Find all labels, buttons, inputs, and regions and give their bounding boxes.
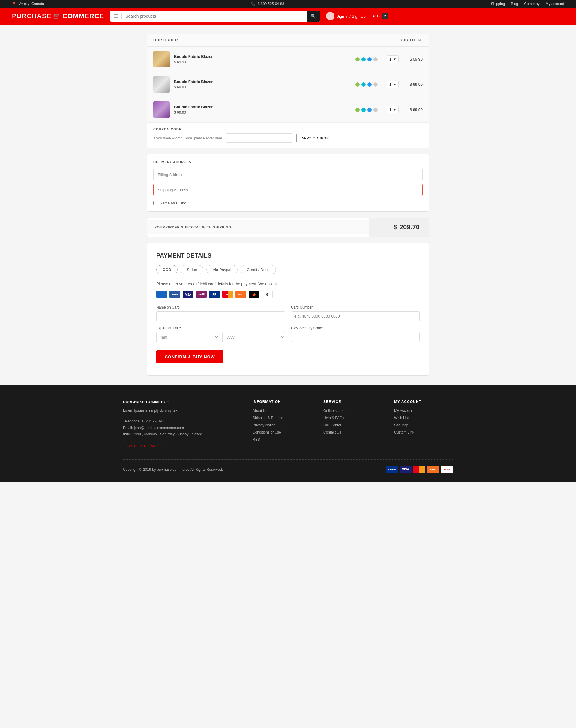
menu-icon[interactable]: ☰ [110, 13, 122, 19]
footer-link-shipping-anchor[interactable]: Shipping & Returns [253, 416, 284, 420]
color-dot-cyan-3[interactable] [362, 108, 366, 112]
delivery-section: DELIVERY ADDRESS Same as Billing [147, 154, 429, 212]
footer-link-online-support-anchor[interactable]: Online support [323, 409, 347, 413]
footer-link-help[interactable]: Help & FAQs [323, 415, 382, 420]
product-image-1 [153, 51, 170, 67]
color-dot-green-2[interactable] [355, 83, 360, 87]
sign-in-btn[interactable]: Sign In / Sign Up [326, 12, 366, 20]
expiry-month-select[interactable]: mm [156, 332, 219, 342]
color-dot-gray[interactable] [374, 57, 378, 61]
payment-tab-credit[interactable]: Credit / Debit [240, 265, 276, 274]
footer-pay-icon-paypal: PayPal [386, 466, 398, 474]
footer-link-custom-anchor[interactable]: Custom Link [394, 430, 414, 434]
bag-count: 2 [382, 13, 388, 19]
color-dot-blue-2[interactable] [368, 83, 372, 87]
footer-link-sitemap[interactable]: Site Map [394, 422, 453, 427]
topbar-company[interactable]: Company [524, 2, 539, 6]
footer-link-help-anchor[interactable]: Help & FAQs [323, 416, 344, 420]
qty-select-3[interactable]: 1 ▾ [387, 106, 399, 113]
sign-in-label: Sign In / Sign Up [336, 14, 366, 19]
footer-link-sitemap-anchor[interactable]: Site Map [394, 423, 408, 427]
search-input[interactable] [122, 11, 307, 22]
order-item-subtotal-2: $ 69.90 [399, 82, 423, 87]
color-dot-cyan[interactable] [362, 57, 366, 61]
color-dot-blue[interactable] [368, 57, 372, 61]
footer-link-my-account[interactable]: My Account [394, 408, 453, 413]
expiry-group: Expiration Date mm yyyy [156, 326, 285, 342]
product-img-inner-3 [153, 101, 170, 118]
footer-link-wishlist[interactable]: Wish List [394, 415, 453, 420]
billing-address-input[interactable] [153, 169, 423, 181]
payment-tab-stripe[interactable]: Stripe [181, 265, 203, 274]
order-subtotal-section: YOUR ORDER SUBTOTAL WITH SHIPPING $ 209.… [147, 218, 429, 237]
footer-link-about[interactable]: About Us [253, 408, 311, 413]
expiry-inputs: mm yyyy [156, 332, 285, 342]
cart-icon: 🛒 [53, 12, 61, 20]
order-row: Bouble Fabric Blazer $ 69.90 1 ▾ $ 69.90 [147, 97, 429, 122]
main-content: OUR ORDER SUB TOTAL Bouble Fabric Blazer… [141, 34, 435, 376]
coupon-input[interactable] [226, 133, 292, 143]
top-bar: 📍 My city: Canada 📞 8 800 505-04-83 Ship… [0, 0, 576, 8]
footer-link-wishlist-anchor[interactable]: Wish List [394, 416, 409, 420]
card-number-input[interactable] [291, 311, 420, 321]
subtotal-col-label: SUB TOTAL [400, 38, 423, 42]
same-as-billing-checkbox[interactable] [153, 201, 157, 205]
footer-link-custom[interactable]: Custom Link [394, 430, 453, 434]
name-on-card-input[interactable] [156, 311, 285, 321]
expiry-year-select[interactable]: yyyy [222, 332, 285, 342]
footer-link-privacy-anchor[interactable]: Privacy Notice [253, 423, 276, 427]
qty-value-1: 1 [390, 57, 392, 61]
payment-title: PAYMENT DETAILS [156, 252, 420, 259]
footer-link-conditions-anchor[interactable]: Conditions of Use [253, 430, 281, 434]
footer-theme-button[interactable]: BY THIS THEME [123, 442, 161, 450]
color-dot-gray-3[interactable] [374, 108, 378, 112]
topbar-shipping[interactable]: Shipping [491, 2, 505, 6]
form-row-card: Name on Card Card Number [156, 305, 420, 321]
bag-label: BAG [372, 14, 380, 18]
footer-link-conditions[interactable]: Conditions of Use [253, 430, 311, 434]
color-dot-green-3[interactable] [355, 108, 360, 112]
qty-value-2: 1 [390, 82, 392, 87]
footer-link-contact-anchor[interactable]: Contact Us [323, 430, 341, 434]
qty-select-1[interactable]: 1 ▾ [387, 56, 399, 63]
qty-select-2[interactable]: 1 ▾ [387, 81, 399, 88]
footer-link-shipping[interactable]: Shipping & Returns [253, 415, 311, 420]
same-as-billing: Same as Billing [153, 201, 423, 205]
color-dot-green[interactable] [355, 57, 360, 61]
subtotal-label: YOUR ORDER SUBTOTAL WITH SHIPPING [147, 220, 369, 235]
footer-link-contact[interactable]: Contact Us [323, 430, 382, 434]
color-dot-blue-3[interactable] [368, 108, 372, 112]
product-img-inner-2 [153, 76, 170, 93]
order-header: OUR ORDER SUB TOTAL [147, 34, 429, 47]
topbar-myaccount[interactable]: My account [546, 2, 564, 6]
payment-tab-paypal[interactable]: Via Paypal [206, 265, 238, 274]
order-row: Bouble Fabric Blazer $ 69.90 1 ▾ $ 69.90 [147, 72, 429, 97]
coupon-title: COUPON CODE [153, 127, 423, 131]
phone-icon: 📞 [251, 2, 255, 6]
topbar-blog[interactable]: Blog [511, 2, 518, 6]
coupon-row: If you have Promo Code, please enter her… [153, 133, 423, 143]
bag-button[interactable]: BAG 2 [372, 13, 388, 19]
footer-link-online-support[interactable]: Online support [323, 408, 382, 413]
apply-coupon-button[interactable]: APPY COUPON [296, 134, 334, 143]
footer-link-rss-anchor[interactable]: RSS [253, 437, 260, 442]
search-button[interactable]: 🔍 [307, 11, 320, 22]
payment-section: PAYMENT DETAILS COD Stripe Via Paypal Cr… [147, 243, 429, 376]
color-dot-cyan-2[interactable] [362, 83, 366, 87]
logo[interactable]: PURCHASE 🛒 COMMERCE [12, 12, 104, 20]
footer-link-call-center[interactable]: Call Center [323, 422, 382, 427]
shipping-address-input[interactable] [153, 184, 423, 196]
location-text: My city: Canada [18, 2, 44, 6]
cvv-group: CVV Security Code: [291, 326, 420, 342]
phone-center: 📞 8 800 505-04-83 [251, 2, 284, 6]
payment-tab-cod[interactable]: COD [156, 265, 178, 274]
footer-link-call-center-anchor[interactable]: Call Center [323, 423, 341, 427]
footer-pay-icon-mastercard [413, 466, 425, 474]
footer-link-my-account-anchor[interactable]: My Account [394, 409, 413, 413]
confirm-buy-button[interactable]: CONFIRM & BUY NOW [156, 350, 224, 363]
color-dot-gray-2[interactable] [374, 83, 378, 87]
cvv-input[interactable] [291, 332, 420, 342]
footer-link-privacy[interactable]: Privacy Notice [253, 422, 311, 427]
footer-link-rss[interactable]: RSS [253, 437, 311, 442]
footer-link-about-anchor[interactable]: About Us [253, 409, 267, 413]
